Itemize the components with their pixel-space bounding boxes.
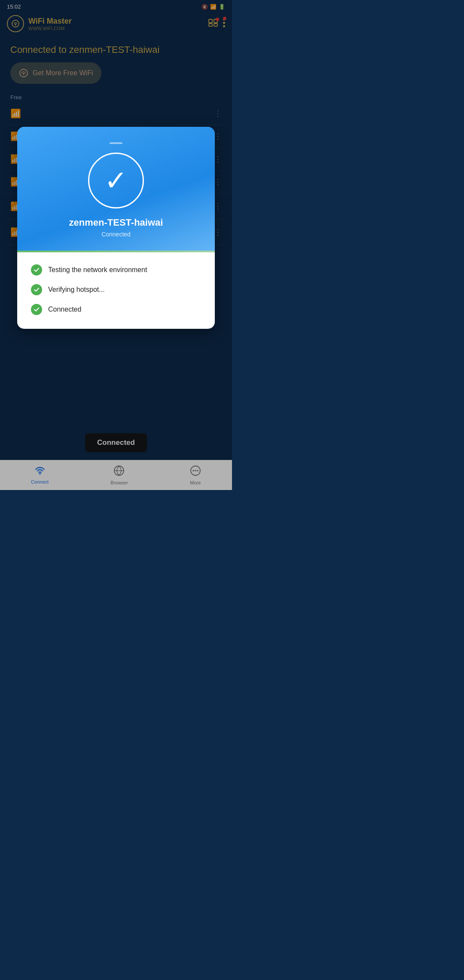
check-icon-2 — [31, 284, 42, 295]
check-icon-3 — [31, 304, 42, 315]
modal-ssid: zenmen-TEST-haiwai — [69, 217, 163, 228]
check-item-1: Testing the network environment — [31, 264, 201, 276]
success-circle: ✓ — [88, 153, 144, 208]
check-item-3: Connected — [31, 304, 201, 315]
check-item-text-1: Testing the network environment — [48, 266, 147, 274]
check-item-text-2: Verifying hotspot... — [48, 286, 105, 294]
modal-body: Testing the network environment Verifyin… — [17, 252, 215, 329]
modal-overlay: ✓ zenmen-TEST-haiwai Connected Testing t… — [0, 0, 232, 490]
modal-connected-label: Connected — [101, 231, 131, 238]
drag-handle — [110, 142, 122, 144]
check-item-text-3: Connected — [48, 306, 81, 313]
modal-header: ✓ zenmen-TEST-haiwai Connected — [17, 127, 215, 251]
check-icon-1 — [31, 264, 42, 276]
check-item-2: Verifying hotspot... — [31, 284, 201, 295]
connection-modal: ✓ zenmen-TEST-haiwai Connected Testing t… — [17, 127, 215, 329]
checkmark-icon: ✓ — [104, 167, 128, 194]
